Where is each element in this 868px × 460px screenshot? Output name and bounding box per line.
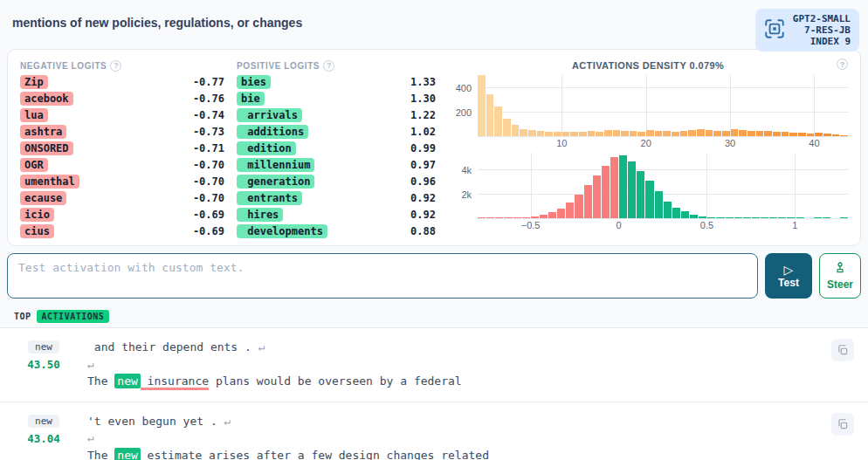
histogram-bar (707, 217, 715, 219)
histogram-bar (778, 217, 786, 218)
logit-row: ONSORED-0.71 (20, 140, 224, 156)
test-row: ▷ Test Steer (7, 253, 861, 299)
histogram-bar (628, 161, 636, 218)
logit-value: 0.96 (410, 175, 436, 188)
model-badge[interactable]: GPT2-SMALL 7-RES-JB INDEX 9 (755, 9, 859, 51)
chip-icon (763, 17, 786, 44)
histogram-bar (706, 130, 713, 136)
histogram-bar (688, 130, 696, 136)
logit-value: -0.76 (193, 93, 224, 105)
logit-value: -0.74 (193, 109, 224, 121)
histogram-bar (637, 171, 644, 218)
histogram-bar (655, 191, 663, 218)
test-activation-input[interactable] (7, 253, 758, 299)
token-pill: entrants (237, 191, 302, 205)
logit-row: arrivals1.22 (237, 106, 436, 123)
logit-value: -0.70 (193, 159, 224, 171)
histogram-bar (787, 217, 795, 218)
steer-button[interactable]: Steer (819, 253, 861, 299)
negative-logits-section: NEGATIVE LOGITS ? Zip-0.77acebook-0.76lu… (20, 58, 224, 238)
logits-histogram: 2k4k (478, 153, 848, 219)
histogram-bar (478, 217, 486, 218)
token-pill: arrivals (237, 108, 302, 122)
copy-button[interactable] (831, 413, 854, 436)
logit-value: 0.97 (410, 159, 436, 171)
x-axis-label: 10 (556, 138, 567, 148)
histogram-bar (815, 133, 823, 136)
histogram-bar (566, 203, 574, 218)
histogram-bar (832, 134, 840, 136)
logit-value: 0.99 (410, 142, 436, 154)
token-pill: ONSORED (20, 141, 73, 155)
positive-logits-label: POSITIVE LOGITS (237, 61, 320, 71)
token-pill: additions (237, 125, 308, 139)
histogram-bar (575, 195, 582, 218)
histogram-bar (504, 217, 512, 218)
activations-tab[interactable]: ACTIVATIONS (37, 310, 110, 323)
histogram-bar (486, 217, 494, 218)
histogram-bar (478, 75, 486, 136)
negative-logits-list: Zip-0.77acebook-0.76lua-0.74ashtra-0.73O… (20, 73, 224, 239)
y-axis-label: 200 (456, 107, 472, 118)
logit-row: Zip-0.77 (20, 73, 224, 90)
histogram-bar (503, 119, 511, 136)
activation-item: new43.50 and their depend ents . ↵↵The n… (0, 328, 868, 402)
histogram-bar (699, 216, 706, 218)
histogram-bar (739, 130, 747, 136)
activation-item: new43.04't even begun yet . ↵↵The new es… (0, 402, 868, 460)
histogram-bar (512, 125, 520, 136)
logit-value: 1.30 (410, 93, 436, 105)
histogram-bar (619, 155, 627, 218)
x-axis-label: 1 (792, 220, 797, 230)
logit-row: acebook-0.76 (20, 90, 224, 106)
logit-value: -0.70 (193, 192, 224, 204)
histogram-bar (823, 217, 830, 218)
logit-row: bie1.30 (237, 90, 436, 106)
histogram-bar (557, 209, 565, 218)
logit-row: generation0.96 (237, 173, 436, 189)
histogram-bar (773, 132, 781, 136)
histogram-bar (610, 157, 618, 218)
histogram-bar (726, 217, 734, 218)
histogram-bar (823, 134, 831, 136)
top-histogram-xaxis: 10203040 (478, 137, 848, 150)
help-icon[interactable]: ? (323, 60, 334, 72)
activation-value: 43.50 (27, 358, 60, 371)
underlined-token: insurance (141, 374, 209, 390)
histogram-bar (545, 132, 553, 136)
negative-logits-label: NEGATIVE LOGITS (20, 61, 107, 71)
copy-button[interactable] (831, 339, 854, 361)
activations-header: TOP ACTIVATIONS (0, 306, 868, 328)
activations-list: new43.50 and their depend ents . ↵↵The n… (0, 328, 868, 460)
token-pill: OGR (20, 158, 48, 172)
density-title: ACTIVATIONS DENSITY 0.079% (572, 60, 724, 71)
y-axis-label: 400 (456, 83, 472, 93)
histogram-bar (630, 131, 637, 136)
logit-value: -0.73 (193, 126, 224, 138)
histogram-bar (562, 132, 570, 136)
token-pill: bie (237, 92, 265, 106)
token-pill: ecause (20, 191, 66, 205)
histogram-bar (520, 129, 527, 136)
histogram-bar (840, 135, 848, 136)
y-axis-label: 4k (461, 165, 472, 175)
histogram-bar (579, 132, 587, 136)
logit-value: 0.88 (410, 225, 436, 237)
histogram-bar (690, 215, 698, 218)
histogram-bar (807, 134, 815, 136)
activation-value: 43.04 (27, 432, 60, 445)
histogram-bar (782, 132, 789, 136)
histogram-bar (681, 211, 689, 218)
help-icon[interactable]: ? (110, 60, 121, 72)
histogram-bar (664, 202, 672, 218)
logit-row: cius-0.69 (20, 223, 224, 239)
histogram-bar (588, 131, 596, 136)
logit-value: -0.69 (193, 225, 224, 237)
histogram-bar (570, 132, 578, 136)
histogram-bar (554, 132, 561, 136)
logit-row: entrants0.92 (237, 189, 436, 206)
test-button[interactable]: ▷ Test (765, 253, 812, 299)
histogram-bar (596, 132, 603, 136)
token-pill: bies (237, 75, 271, 89)
help-icon[interactable]: ? (837, 58, 848, 70)
